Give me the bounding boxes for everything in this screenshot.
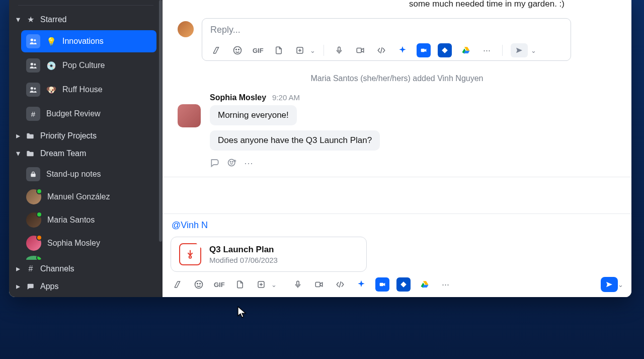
message-bubble[interactable]: Morning everyone! bbox=[210, 105, 297, 125]
dm-sophia[interactable]: Sophia Mosley bbox=[21, 233, 156, 254]
chevron-right-icon: ▸ bbox=[16, 131, 21, 140]
file-icon[interactable] bbox=[272, 43, 286, 57]
section-dream-team[interactable]: ▾ Dream Team bbox=[9, 145, 163, 162]
presence-indicator bbox=[36, 211, 42, 218]
section-priority[interactable]: ▸ Priority Projects bbox=[9, 127, 163, 145]
channel-label: Stand-up notes bbox=[46, 170, 101, 179]
svg-point-7 bbox=[236, 49, 237, 50]
main-panel: some much needed time in my garden. :) R… bbox=[163, 0, 631, 297]
zoom-icon[interactable] bbox=[417, 43, 431, 57]
section-starred[interactable]: ▾ ★ Starred bbox=[9, 11, 163, 28]
separator bbox=[502, 45, 503, 56]
google-drive-icon[interactable] bbox=[459, 43, 473, 57]
message-text: some much needed time in my garden. :) bbox=[163, 0, 631, 9]
microphone-icon[interactable] bbox=[291, 277, 305, 292]
section-label: Apps bbox=[40, 282, 58, 291]
send-button[interactable] bbox=[601, 277, 618, 292]
hash-icon: # bbox=[26, 107, 40, 121]
chat-icon bbox=[26, 282, 35, 291]
sidebar-scrollbar[interactable] bbox=[158, 0, 163, 297]
people-icon bbox=[26, 34, 40, 48]
avatar bbox=[26, 189, 41, 204]
message-list[interactable]: some much needed time in my garden. :) R… bbox=[163, 0, 631, 213]
sidebar-item-standup-notes[interactable]: Stand-up notes bbox=[21, 164, 156, 184]
reply-icon[interactable] bbox=[210, 158, 220, 169]
svg-point-13 bbox=[228, 159, 235, 166]
avatar[interactable] bbox=[178, 104, 201, 127]
sidebar-item-ruff-house[interactable]: 🐶 Ruff House bbox=[21, 79, 156, 101]
sidebar-item-pop-culture[interactable]: 💿 Pop Culture bbox=[21, 54, 156, 77]
format-icon[interactable] bbox=[209, 43, 223, 57]
chevron-down-icon[interactable]: ⌄ bbox=[618, 281, 623, 289]
attachment-card[interactable]: Q3 Launch Plan Modified 07/06/2023 bbox=[171, 237, 367, 272]
code-icon[interactable] bbox=[374, 43, 388, 57]
avatar bbox=[26, 256, 41, 260]
dm-manuel[interactable]: Manuel González bbox=[21, 186, 156, 207]
message-bubble[interactable]: Does anyone have the Q3 Launch Plan? bbox=[210, 130, 380, 151]
composer: @Vinh N Q3 Launch Plan Modified 07/06/20… bbox=[163, 213, 631, 297]
sidebar-item-innovations[interactable]: 💡 Innovations bbox=[21, 30, 156, 52]
google-drive-icon[interactable] bbox=[418, 277, 432, 292]
attachment-title: Q3 Launch Plan bbox=[209, 245, 278, 255]
mention[interactable]: @Vinh N bbox=[172, 220, 208, 230]
ai-icon[interactable] bbox=[395, 43, 410, 57]
send-button[interactable] bbox=[511, 43, 528, 57]
react-icon[interactable] bbox=[227, 158, 237, 169]
reply-input[interactable]: Reply... bbox=[209, 24, 564, 40]
hash-icon: # bbox=[26, 264, 35, 273]
avatar bbox=[26, 212, 41, 228]
folder-icon bbox=[26, 132, 35, 139]
message-time: 9:20 AM bbox=[272, 93, 300, 102]
microphone-icon[interactable] bbox=[332, 43, 346, 57]
gif-icon[interactable]: GIF bbox=[252, 43, 265, 57]
chevron-down-icon[interactable]: ⌄ bbox=[531, 47, 536, 54]
composer-input[interactable]: @Vinh N bbox=[171, 219, 623, 237]
system-event: Maria Santos (she/her/hers) added Vinh N… bbox=[163, 74, 631, 83]
star-icon: ★ bbox=[26, 15, 35, 24]
emoji-icon[interactable] bbox=[192, 277, 206, 292]
dm-partial[interactable] bbox=[21, 256, 156, 260]
video-icon[interactable] bbox=[312, 277, 326, 292]
message-actions: ⋯ bbox=[210, 158, 616, 169]
lock-icon bbox=[26, 167, 40, 181]
file-icon[interactable] bbox=[233, 277, 247, 292]
zoom-icon[interactable] bbox=[375, 277, 389, 292]
emoji-icon[interactable] bbox=[230, 43, 245, 57]
task-icon[interactable] bbox=[254, 277, 268, 292]
avatar bbox=[178, 21, 194, 37]
scrollbar-thumb[interactable] bbox=[159, 0, 162, 242]
reply-composer[interactable]: Reply... GIF ⌄ bbox=[202, 18, 571, 61]
presence-indicator bbox=[36, 256, 41, 260]
channel-label: Budget Review bbox=[46, 109, 101, 118]
presence-indicator bbox=[36, 188, 42, 194]
section-label: Priority Projects bbox=[40, 131, 97, 140]
people-icon bbox=[26, 83, 40, 97]
chevron-down-icon[interactable]: ⌄ bbox=[271, 281, 277, 289]
sidebar-item-budget-review[interactable]: # Budget Review bbox=[21, 103, 156, 125]
format-icon[interactable] bbox=[171, 277, 185, 292]
jira-icon[interactable] bbox=[396, 277, 411, 292]
dm-maria[interactable]: Maria Santos bbox=[21, 209, 156, 231]
video-icon[interactable] bbox=[353, 43, 367, 57]
chevron-down-icon[interactable]: ⌄ bbox=[310, 47, 315, 54]
gif-icon[interactable]: GIF bbox=[213, 277, 226, 292]
composer-toolbar: GIF ⌄ ⋯ ⌄ bbox=[171, 277, 623, 292]
svg-point-1 bbox=[34, 39, 36, 41]
more-icon[interactable]: ⋯ bbox=[439, 277, 453, 292]
message-author[interactable]: Sophia Mosley bbox=[210, 93, 266, 102]
section-apps[interactable]: ▸ Apps bbox=[9, 277, 163, 295]
section-label: Channels bbox=[40, 264, 74, 273]
section-channels[interactable]: ▸ # Channels bbox=[9, 260, 163, 277]
more-icon[interactable]: ⋯ bbox=[244, 158, 253, 169]
task-icon[interactable] bbox=[293, 43, 307, 57]
more-icon[interactable]: ⋯ bbox=[480, 43, 494, 57]
divider bbox=[18, 5, 153, 6]
svg-point-14 bbox=[230, 162, 231, 163]
ai-icon[interactable] bbox=[354, 277, 368, 292]
people-icon bbox=[26, 58, 40, 73]
section-label: Dream Team bbox=[40, 149, 86, 158]
dm-label: Sophia Mosley bbox=[47, 239, 100, 248]
code-icon[interactable] bbox=[333, 277, 347, 292]
channel-emoji: 🐶 bbox=[46, 85, 56, 95]
jira-icon[interactable] bbox=[438, 43, 452, 57]
